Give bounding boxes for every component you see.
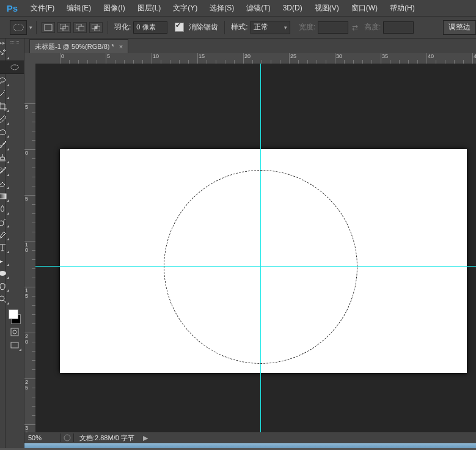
chevron-down-icon: ▾ bbox=[284, 24, 287, 31]
document-tab-title: 未标题-1 @ 50%(RGB/8) * bbox=[35, 42, 114, 51]
ruler-horizontal[interactable]: 051015202530354045 bbox=[35, 53, 476, 64]
current-tool-ellipse-marquee[interactable] bbox=[10, 20, 27, 35]
healing-tool[interactable] bbox=[0, 126, 10, 138]
lasso-tool[interactable] bbox=[0, 75, 10, 87]
document-tab[interactable]: 未标题-1 @ 50%(RGB/8) * × bbox=[29, 39, 128, 53]
menu-2[interactable]: 图像(I) bbox=[97, 0, 131, 16]
svg-point-9 bbox=[0, 168, 2, 170]
width-label: 宽度: bbox=[299, 22, 315, 32]
svg-rect-7 bbox=[95, 26, 97, 29]
canvas-viewport[interactable] bbox=[35, 64, 476, 435]
svg-point-8 bbox=[11, 65, 18, 70]
brush-tool[interactable] bbox=[0, 139, 10, 151]
quick-mask-tool[interactable] bbox=[7, 326, 22, 338]
close-tab-icon[interactable]: × bbox=[119, 43, 123, 50]
svg-rect-16 bbox=[11, 342, 18, 348]
style-label: 样式: bbox=[231, 22, 247, 32]
selection-new-icon[interactable] bbox=[42, 22, 55, 33]
options-bar: ▾ 羽化: 消除锯齿 样式: 正常▾ 宽度: ⇄ 高度: bbox=[0, 17, 476, 39]
path-select-tool[interactable] bbox=[0, 254, 10, 267]
pen-tool[interactable] bbox=[0, 229, 10, 241]
feather-input[interactable] bbox=[133, 21, 167, 34]
height-label: 高度: bbox=[364, 22, 381, 32]
toolbox bbox=[5, 39, 24, 448]
status-arrow-icon[interactable]: ▶ bbox=[143, 434, 148, 442]
eyedropper-tool[interactable] bbox=[0, 113, 10, 125]
crop-tool[interactable] bbox=[0, 100, 10, 112]
tool-dropdown-arrow[interactable]: ▾ bbox=[29, 24, 32, 31]
svg-point-13 bbox=[0, 296, 4, 301]
svg-rect-4 bbox=[79, 26, 84, 31]
svg-point-11 bbox=[0, 221, 4, 226]
selection-subtract-icon[interactable] bbox=[73, 22, 87, 33]
magic-wand-tool[interactable] bbox=[0, 87, 10, 100]
blur-tool[interactable] bbox=[0, 203, 10, 215]
menu-bar: Ps 文件(F)编辑(E)图像(I)图层(L)文字(Y)选择(S)滤镜(T)3D… bbox=[0, 0, 476, 17]
history-brush-tool[interactable] bbox=[0, 164, 10, 177]
svg-rect-0 bbox=[45, 24, 52, 31]
shape-tool[interactable] bbox=[0, 267, 10, 279]
document-info[interactable]: 文档:2.88M/0 字节 bbox=[76, 433, 138, 443]
menu-6[interactable]: 滤镜(T) bbox=[240, 0, 276, 16]
menu-1[interactable]: 编辑(E) bbox=[60, 0, 97, 16]
svg-rect-14 bbox=[11, 328, 18, 336]
menu-0[interactable]: 文件(F) bbox=[24, 0, 60, 16]
menu-10[interactable]: 帮助(H) bbox=[384, 0, 421, 16]
document-tab-bar: 未标题-1 @ 50%(RGB/8) * × bbox=[24, 39, 476, 53]
os-taskbar-sliver bbox=[24, 443, 476, 448]
status-bar: 50% 文档:2.88M/0 字节 ▶ bbox=[24, 432, 476, 443]
stamp-tool[interactable] bbox=[0, 152, 10, 164]
svg-point-17 bbox=[64, 435, 70, 441]
swap-wh-icon: ⇄ bbox=[352, 23, 358, 32]
zoom-tool[interactable] bbox=[0, 293, 10, 305]
screen-mode-tool[interactable] bbox=[7, 339, 22, 352]
ellipse-marquee-icon bbox=[13, 24, 24, 31]
move-tool[interactable] bbox=[0, 48, 10, 60]
menu-9[interactable]: 窗口(W) bbox=[345, 0, 384, 16]
svg-point-12 bbox=[0, 271, 6, 276]
menu-8[interactable]: 视图(V) bbox=[309, 0, 345, 16]
dodge-tool[interactable] bbox=[0, 216, 10, 228]
width-input bbox=[318, 21, 348, 34]
svg-point-15 bbox=[13, 330, 16, 334]
menu-5[interactable]: 选择(S) bbox=[203, 0, 240, 16]
selection-intersect-icon[interactable] bbox=[89, 22, 103, 33]
ruler-origin[interactable] bbox=[24, 53, 36, 64]
foreground-color-swatch[interactable] bbox=[9, 309, 18, 319]
svg-rect-10 bbox=[0, 194, 6, 199]
style-select[interactable]: 正常▾ bbox=[251, 21, 290, 34]
zoom-level[interactable]: 50% bbox=[24, 434, 59, 441]
menu-3[interactable]: 图层(L) bbox=[131, 0, 167, 16]
hand-tool[interactable] bbox=[0, 280, 10, 292]
selection-add-icon[interactable] bbox=[57, 22, 71, 33]
antialias-label: 消除锯齿 bbox=[189, 22, 218, 32]
status-icon bbox=[63, 433, 71, 442]
ruler-vertical[interactable]: 0551015202530 bbox=[24, 64, 36, 435]
height-input bbox=[383, 21, 414, 34]
marquee-selection bbox=[164, 170, 357, 364]
toolbox-grip[interactable] bbox=[5, 41, 24, 47]
document-area: 未标题-1 @ 50%(RGB/8) * × 05101520253035404… bbox=[24, 39, 476, 448]
gradient-tool[interactable] bbox=[0, 190, 10, 202]
menu-4[interactable]: 文字(Y) bbox=[167, 0, 203, 16]
app-logo: Ps bbox=[0, 0, 24, 16]
feather-label: 羽化: bbox=[114, 22, 131, 32]
color-swatches[interactable] bbox=[7, 308, 22, 325]
refine-edge-button[interactable]: 调整边 bbox=[443, 20, 476, 35]
type-tool[interactable] bbox=[0, 242, 10, 254]
eraser-tool[interactable] bbox=[0, 177, 10, 190]
antialias-checkbox[interactable] bbox=[175, 23, 184, 32]
menu-7[interactable]: 3D(D) bbox=[277, 0, 309, 16]
